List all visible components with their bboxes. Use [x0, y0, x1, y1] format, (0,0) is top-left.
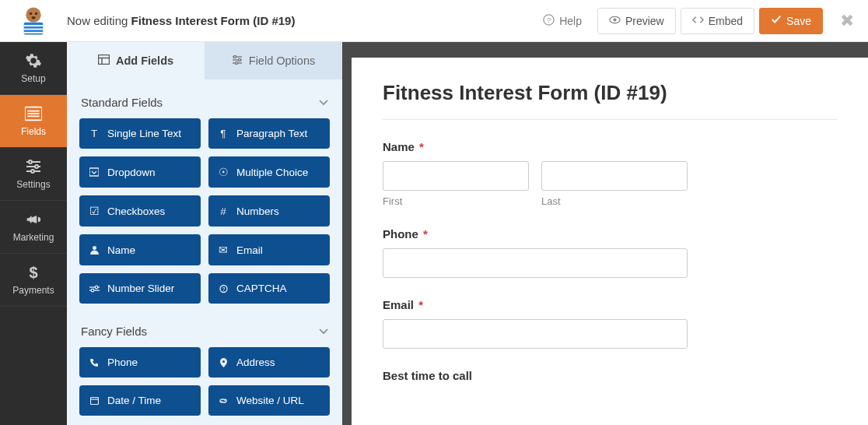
field-dropdown[interactable]: Dropdown: [79, 156, 201, 188]
field-website[interactable]: Website / URL: [208, 385, 330, 416]
sliders-icon: [25, 158, 42, 175]
link-icon: [218, 396, 229, 406]
svg-point-11: [613, 18, 616, 21]
form-title[interactable]: Fitness Interest Form (ID #19): [383, 81, 837, 105]
field-number-slider[interactable]: Number Slider: [79, 273, 201, 304]
bullhorn-icon: [25, 211, 42, 228]
text-icon: T: [89, 128, 100, 139]
field-address[interactable]: Address: [208, 347, 330, 378]
nav-settings[interactable]: Settings: [0, 148, 67, 201]
svg-text:$: $: [29, 264, 37, 281]
field-checkboxes[interactable]: ☑Checkboxes: [79, 195, 201, 227]
svg-point-37: [91, 289, 94, 292]
close-icon: ✖: [840, 11, 854, 30]
pin-icon: [218, 358, 229, 367]
svg-point-35: [95, 286, 98, 289]
field-name-block[interactable]: Name * First Last: [383, 140, 837, 207]
form-canvas[interactable]: Fitness Interest Form (ID #19) Name * Fi…: [352, 58, 868, 425]
svg-point-2: [35, 12, 38, 15]
section-fancy-header[interactable]: Fancy Fields: [79, 319, 330, 347]
svg-rect-23: [98, 55, 109, 65]
tab-field-options[interactable]: Field Options: [205, 42, 342, 79]
app-logo: [0, 5, 67, 37]
phone-icon: [89, 358, 100, 367]
field-multiple-choice[interactable]: ☉Multiple Choice: [208, 156, 330, 188]
field-single-line-text[interactable]: TSingle Line Text: [79, 118, 201, 149]
field-phone[interactable]: Phone: [79, 347, 201, 378]
calendar-icon: [89, 396, 100, 405]
email-input[interactable]: [383, 319, 688, 349]
field-phone-block[interactable]: Phone *: [383, 227, 837, 278]
radio-icon: ☉: [218, 166, 229, 178]
field-paragraph-text[interactable]: ¶Paragraph Text: [208, 118, 330, 149]
svg-point-0: [26, 7, 40, 22]
last-name-input[interactable]: [541, 161, 688, 191]
user-icon: [89, 245, 100, 255]
fields-panel: Add Fields Field Options Standard Fields…: [67, 42, 344, 425]
embed-button[interactable]: Embed: [681, 8, 754, 34]
form-name: Fitness Interest Form (ID #19): [131, 14, 296, 27]
svg-point-27: [233, 55, 236, 58]
name-label: Name *: [383, 140, 837, 153]
sliders-small-icon: [232, 54, 243, 67]
paragraph-icon: ¶: [218, 128, 229, 139]
email-label: Email *: [383, 298, 837, 311]
field-besttime-block[interactable]: Best time to call: [383, 369, 837, 382]
besttime-label: Best time to call: [383, 369, 837, 382]
nav-marketing[interactable]: Marketing: [0, 201, 67, 254]
phone-input[interactable]: [383, 248, 688, 278]
field-name[interactable]: Name: [79, 234, 201, 265]
svg-point-19: [35, 165, 38, 168]
nav-setup[interactable]: Setup: [0, 42, 67, 95]
dropdown-icon: [89, 167, 100, 177]
svg-point-33: [93, 246, 96, 250]
svg-point-31: [235, 61, 237, 64]
preview-button[interactable]: Preview: [597, 8, 676, 34]
mail-icon: ✉: [218, 244, 229, 256]
close-button[interactable]: ✖: [840, 11, 854, 31]
slider-icon: [89, 285, 100, 293]
shield-icon: ?: [218, 284, 229, 293]
grid-icon: [98, 54, 110, 67]
svg-rect-40: [90, 398, 98, 405]
section-standard-header[interactable]: Standard Fields: [79, 90, 330, 118]
form-icon: [25, 105, 42, 122]
field-captcha[interactable]: ?CAPTCHA: [208, 273, 330, 304]
svg-rect-6: [24, 28, 44, 30]
svg-point-29: [238, 58, 240, 61]
help-link[interactable]: ? Help: [543, 14, 582, 28]
hash-icon: #: [218, 205, 229, 217]
divider: [383, 119, 837, 120]
eye-icon: [609, 14, 621, 28]
nav-payments[interactable]: $ Payments: [0, 254, 67, 307]
check-icon: [771, 14, 782, 27]
field-datetime[interactable]: Date / Time: [79, 385, 201, 416]
svg-rect-32: [89, 168, 99, 176]
svg-point-3: [31, 16, 35, 19]
svg-rect-5: [24, 25, 44, 26]
nav-fields[interactable]: Fields: [0, 95, 67, 148]
last-sublabel: Last: [541, 195, 688, 207]
phone-label: Phone *: [383, 227, 837, 241]
svg-text:?: ?: [222, 286, 225, 292]
chevron-down-icon: [319, 324, 328, 338]
sidebar-nav: Setup Fields Settings Marketing $ Paymen…: [0, 42, 67, 425]
first-sublabel: First: [383, 195, 529, 207]
svg-text:?: ?: [547, 16, 551, 24]
svg-point-21: [31, 170, 34, 173]
editing-label: Now editing Fitness Interest Form (ID #1…: [67, 14, 295, 27]
checkbox-icon: ☑: [89, 205, 100, 217]
code-icon: [692, 14, 704, 28]
field-email-block[interactable]: Email *: [383, 298, 837, 349]
field-numbers[interactable]: #Numbers: [208, 195, 330, 227]
save-button[interactable]: Save: [759, 8, 823, 34]
field-email[interactable]: ✉Email: [208, 234, 330, 265]
gear-icon: [25, 52, 42, 69]
svg-point-1: [30, 12, 33, 15]
dollar-icon: $: [25, 264, 42, 281]
svg-point-17: [29, 160, 32, 163]
topbar: Now editing Fitness Interest Form (ID #1…: [0, 0, 868, 42]
first-name-input[interactable]: [383, 161, 529, 191]
tab-add-fields[interactable]: Add Fields: [67, 42, 205, 79]
svg-rect-7: [24, 32, 44, 33]
